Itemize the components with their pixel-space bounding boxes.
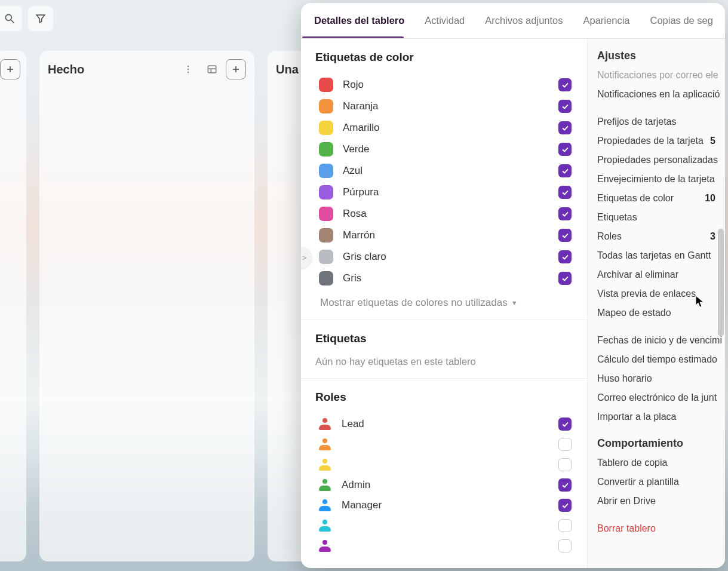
- checkbox-on-icon[interactable]: [558, 164, 572, 177]
- person-icon: [319, 459, 331, 471]
- color-label-row[interactable]: Amarillo: [315, 118, 573, 138]
- checkbox-on-icon[interactable]: [558, 207, 572, 220]
- checkbox-on-icon[interactable]: [558, 250, 572, 263]
- role-row[interactable]: Lead: [315, 415, 573, 434]
- color-label-row[interactable]: Gris claro: [315, 247, 573, 267]
- sidebar-item-label: Archivar al eliminar: [597, 269, 678, 280]
- section-color-labels: Etiquetas de color RojoNaranjaAmarilloVe…: [301, 39, 587, 320]
- add-card-button[interactable]: [0, 59, 20, 79]
- role-row[interactable]: [315, 435, 573, 454]
- role-name: Manager: [342, 499, 382, 511]
- sidebar-item[interactable]: Todas las tarjetas en Gantt: [588, 246, 725, 265]
- sidebar-item[interactable]: Archivar al eliminar: [588, 265, 725, 284]
- role-row[interactable]: [315, 516, 573, 535]
- filter-button[interactable]: [28, 6, 53, 31]
- add-card-button[interactable]: [226, 59, 246, 79]
- tab-attachments[interactable]: Archivos adjuntos: [485, 15, 563, 26]
- tab-activity[interactable]: Actividad: [425, 15, 465, 26]
- sidebar-item[interactable]: Vista previa de enlaces: [588, 284, 725, 303]
- checkbox-on-icon[interactable]: [558, 478, 572, 492]
- color-label-row[interactable]: Verde: [315, 139, 573, 159]
- list-view-button[interactable]: [202, 59, 222, 79]
- sidebar-item-label: Mapeo de estado: [597, 308, 671, 318]
- color-label-row[interactable]: Gris: [315, 268, 573, 288]
- role-row[interactable]: Admin: [315, 475, 573, 495]
- color-swatch: [319, 121, 333, 135]
- list-menu-button[interactable]: [178, 59, 198, 79]
- sidebar-heading: Comportamiento: [588, 426, 725, 453]
- section-heading: Etiquetas: [315, 332, 573, 345]
- tab-backups[interactable]: Copias de seg: [650, 15, 713, 26]
- checkbox-off-icon[interactable]: [558, 458, 572, 471]
- checkbox-on-icon[interactable]: [558, 100, 572, 113]
- sidebar-item-label: Propiedades personalizadas: [597, 155, 718, 165]
- sidebar-item[interactable]: Importar a la placa: [588, 407, 725, 426]
- checkbox-off-icon[interactable]: [558, 539, 572, 552]
- color-label-row[interactable]: Azul: [315, 161, 573, 181]
- checkbox-off-icon[interactable]: [558, 519, 572, 532]
- checkbox-on-icon[interactable]: [558, 78, 572, 91]
- checkbox-on-icon[interactable]: [558, 186, 572, 199]
- sidebar-item[interactable]: Abrir en Drive: [588, 492, 725, 511]
- sidebar-item-count: 3: [710, 231, 715, 242]
- color-label-row[interactable]: Marrón: [315, 225, 573, 245]
- color-swatch: [319, 142, 333, 156]
- sidebar-item-label: Abrir en Drive: [597, 496, 656, 506]
- person-icon: [319, 540, 331, 552]
- sidebar-item[interactable]: Propiedades de la tarjeta5: [588, 131, 725, 151]
- scrollbar[interactable]: [718, 44, 724, 563]
- sidebar-item-label: Importar a la placa: [597, 412, 677, 422]
- panel-main: Etiquetas de color RojoNaranjaAmarilloVe…: [301, 39, 588, 568]
- list-title[interactable]: Hecho: [48, 63, 84, 76]
- sidebar-item[interactable]: Etiquetas: [588, 208, 725, 227]
- sidebar-item-label: Propiedades de la tarjeta: [597, 136, 704, 146]
- sidebar-item[interactable]: Notificaciones por correo ele: [588, 66, 725, 85]
- sidebar-item-label: Notificaciones por correo ele: [597, 70, 718, 81]
- role-name: Admin: [342, 479, 370, 491]
- color-swatch: [319, 250, 333, 264]
- show-unused-colors-toggle[interactable]: Mostrar etiquetas de colores no utilizad…: [320, 297, 518, 309]
- sidebar-item[interactable]: Convertir a plantilla: [588, 472, 725, 492]
- search-button[interactable]: [0, 6, 22, 31]
- tab-board-details[interactable]: Detalles del tablero: [314, 15, 404, 26]
- sidebar-item[interactable]: Tablero de copia: [588, 453, 725, 472]
- sidebar-item[interactable]: Notificaciones en la aplicació: [588, 85, 725, 104]
- sidebar-item[interactable]: Roles3: [588, 227, 725, 246]
- toolbar: [0, 6, 53, 31]
- sidebar-item[interactable]: Etiquetas de color10: [588, 189, 725, 208]
- board-lists: Hecho Una lista: [0, 51, 315, 561]
- role-row[interactable]: [315, 455, 573, 474]
- scrollbar-thumb[interactable]: [718, 229, 724, 336]
- sidebar-item[interactable]: Correo electrónico de la junt: [588, 388, 725, 407]
- sidebar-item[interactable]: Prefijos de tarjetas: [588, 112, 725, 131]
- sidebar-item[interactable]: Mapeo de estado: [588, 303, 725, 323]
- color-label-row[interactable]: Rojo: [315, 75, 573, 95]
- color-label-row[interactable]: Púrpura: [315, 182, 573, 202]
- color-swatch: [319, 207, 333, 221]
- tab-appearance[interactable]: Apariencia: [583, 15, 630, 26]
- checkbox-on-icon[interactable]: [558, 417, 572, 431]
- role-row[interactable]: Manager: [315, 496, 573, 515]
- checkbox-on-icon[interactable]: [558, 499, 572, 512]
- sidebar-item-label: Envejecimiento de la tarjeta: [597, 174, 715, 185]
- section-heading: Etiquetas de color: [315, 51, 573, 64]
- checkbox-on-icon[interactable]: [558, 143, 572, 156]
- role-row[interactable]: [315, 536, 573, 555]
- sidebar-item[interactable]: Propiedades personalizadas: [588, 151, 725, 170]
- color-label-name: Rojo: [343, 79, 364, 91]
- checkbox-on-icon[interactable]: [558, 229, 572, 242]
- sidebar-item-label: Prefijos de tarjetas: [597, 116, 677, 127]
- checkbox-off-icon[interactable]: [558, 438, 572, 451]
- sidebar-item[interactable]: Envejecimiento de la tarjeta: [588, 170, 725, 189]
- color-label-row[interactable]: Rosa: [315, 204, 573, 224]
- sidebar-item[interactable]: Borrar tablero: [588, 519, 725, 538]
- color-label-row[interactable]: Naranja: [315, 96, 573, 116]
- active-tab-indicator: [302, 36, 404, 38]
- sidebar-item[interactable]: Cálculo del tiempo estimado: [588, 350, 725, 369]
- sidebar-item[interactable]: Huso horario: [588, 369, 725, 388]
- checkbox-on-icon[interactable]: [558, 121, 572, 134]
- person-icon: [319, 418, 331, 430]
- sidebar-item[interactable]: Fechas de inicio y de vencimi: [588, 331, 725, 350]
- checkbox-on-icon[interactable]: [558, 272, 572, 285]
- chevron-down-icon: ▼: [511, 299, 518, 306]
